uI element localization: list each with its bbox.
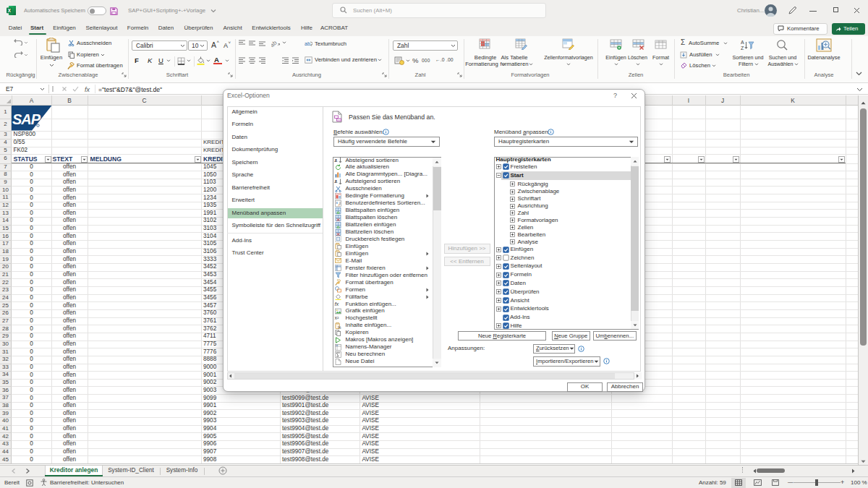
svg-text:A: A bbox=[741, 40, 744, 45]
svg-text:%: % bbox=[338, 325, 341, 329]
svg-text:ab: ab bbox=[336, 344, 339, 347]
svg-text:ab: ab bbox=[271, 40, 278, 47]
svg-text:Z: Z bbox=[741, 46, 744, 51]
svg-text:ab: ab bbox=[305, 41, 310, 46]
svg-text:SAP: SAP bbox=[12, 111, 41, 127]
svg-text:X: X bbox=[8, 8, 12, 13]
